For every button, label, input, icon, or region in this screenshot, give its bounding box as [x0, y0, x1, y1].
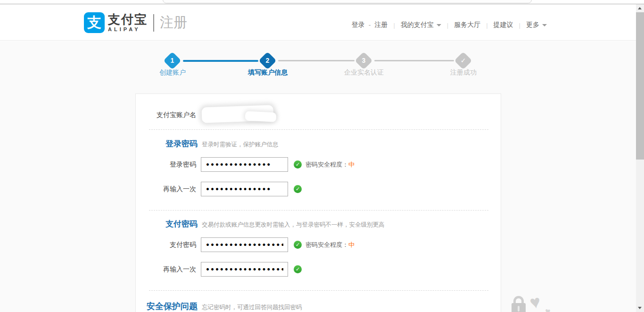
account-name-row: 支付宝账户名	[136, 108, 196, 122]
step-3-marker: 3	[355, 51, 372, 69]
nav-separator: |	[393, 22, 395, 29]
scrollbar-down-button[interactable]	[636, 304, 644, 312]
password-strength-text: 密码安全程度：中	[305, 241, 355, 249]
brand-name-latin: ALIPAY	[108, 26, 148, 32]
account-name-redacted-value	[245, 111, 277, 122]
section-divider	[149, 129, 488, 130]
alipay-wordmark: 支付宝 ALIPAY	[108, 13, 148, 32]
password-strength-level: 中	[348, 161, 355, 168]
password-strength-text: 密码安全程度：中	[305, 160, 355, 169]
nav-separator: |	[447, 22, 448, 29]
pay-password-confirm-row: 再输入一次 ✓	[136, 262, 302, 277]
nav-separator: |	[519, 22, 520, 29]
arrow-up-icon	[638, 7, 642, 9]
nav-dash-separator: -	[369, 21, 371, 29]
login-password-confirm-label: 再输入一次	[136, 185, 196, 194]
step-2-marker: 2	[258, 51, 276, 69]
pay-password-confirm-input[interactable]	[201, 262, 288, 277]
valid-check-icon: ✓	[294, 160, 302, 169]
nav-separator: |	[486, 22, 487, 29]
step-1-marker: 1	[163, 51, 181, 69]
pay-password-section-header: 支付密码 交易付款或账户信息更改时需输入，与登录密码不一样，安全级别更高	[136, 219, 385, 229]
step-connector	[278, 60, 355, 61]
page-title: 注册	[160, 13, 187, 32]
valid-check-icon: ✓	[294, 185, 302, 193]
account-name-label: 支付宝账户名	[136, 111, 196, 119]
section-divider	[149, 290, 488, 291]
pay-password-row: 支付密码 ✓ 密码安全程度：中	[136, 237, 355, 252]
login-password-confirm-input[interactable]	[201, 182, 288, 196]
lock-icon	[512, 303, 526, 312]
step-connector-active	[183, 60, 258, 62]
pay-password-label: 支付密码	[136, 241, 196, 249]
page-header: 支 支付宝 ALIPAY 注册 登录 - 注册 | 我的支付宝 | 服务大厅 |…	[0, 4, 644, 41]
chevron-down-icon[interactable]	[542, 24, 547, 26]
pay-password-section-title: 支付密码	[136, 219, 198, 229]
brand-name: 支付宝	[108, 13, 148, 25]
pay-password-confirm-label: 再输入一次	[136, 265, 196, 274]
main-content: 1 2 3 ✓ 创建账户 填写账户信息 企业实名认证 注册成功 支付宝账户名 登…	[0, 41, 644, 312]
address-bar-bottom	[163, 0, 532, 3]
step-4-label: 注册成功	[426, 68, 501, 77]
chevron-down-icon[interactable]	[437, 24, 441, 26]
top-navigation: 登录 - 注册 | 我的支付宝 | 服务大厅 | 提建议 | 更多	[352, 21, 547, 29]
security-question-section-header: 安全保护问题 忘记密码时，可通过回答问题找回密码	[136, 301, 302, 312]
security-question-section-title: 安全保护问题	[136, 301, 198, 312]
login-password-input[interactable]	[201, 157, 288, 172]
account-info-form-panel: 支付宝账户名 登录密码 登录时需验证，保护账户信息 登录密码 ✓ 密码安全程度：…	[135, 93, 501, 312]
alipay-logo[interactable]: 支 支付宝 ALIPAY 注册	[84, 12, 187, 33]
login-password-confirm-row: 再输入一次 ✓	[136, 182, 302, 196]
registration-progress-steps: 1 2 3 ✓ 创建账户 填写账户信息 企业实名认证 注册成功	[0, 41, 644, 79]
login-password-label: 登录密码	[136, 160, 196, 169]
pay-password-section-hint: 交易付款或账户信息更改时需输入，与登录密码不一样，安全级别更高	[202, 221, 385, 229]
security-question-section-hint: 忘记密码时，可通过回答问题找回密码	[202, 304, 302, 312]
step-1-label: 创建账户	[135, 68, 210, 77]
heart-icon: ♥	[545, 306, 551, 312]
alipay-logo-icon: 支	[84, 12, 105, 33]
login-password-section-title: 登录密码	[136, 138, 198, 149]
browser-chrome-remnant	[0, 0, 644, 4]
login-password-row: 登录密码 ✓ 密码安全程度：中	[136, 157, 355, 172]
nav-service-hall-link[interactable]: 服务大厅	[454, 21, 480, 29]
nav-more-link[interactable]: 更多	[526, 21, 539, 29]
decorative-security-graphics: ♥ ♥	[510, 296, 562, 312]
password-strength-level: 中	[348, 241, 355, 248]
vertical-scrollbar[interactable]	[636, 4, 644, 312]
scrollbar-up-button[interactable]	[636, 4, 644, 12]
nav-feedback-link[interactable]: 提建议	[494, 21, 513, 29]
heart-icon: ♥	[528, 291, 542, 312]
nav-register-link[interactable]: 注册	[374, 21, 388, 29]
step-2-label: 填写账户信息	[230, 68, 305, 77]
valid-check-icon: ✓	[294, 265, 302, 273]
section-divider	[149, 210, 488, 211]
nav-my-alipay-link[interactable]: 我的支付宝	[401, 21, 434, 29]
step-4-marker-check-icon: ✓	[454, 51, 472, 69]
step-3-label: 企业实名认证	[326, 68, 402, 77]
scrollbar-thumb[interactable]	[636, 12, 644, 160]
login-password-section-hint: 登录时需验证，保护账户信息	[202, 141, 279, 149]
nav-login-link[interactable]: 登录	[352, 21, 365, 29]
pay-password-input[interactable]	[201, 237, 288, 252]
logo-divider	[153, 14, 154, 32]
step-connector	[374, 60, 454, 61]
valid-check-icon: ✓	[294, 241, 302, 249]
arrow-down-icon	[638, 307, 642, 309]
login-password-section-header: 登录密码 登录时需验证，保护账户信息	[136, 138, 279, 149]
